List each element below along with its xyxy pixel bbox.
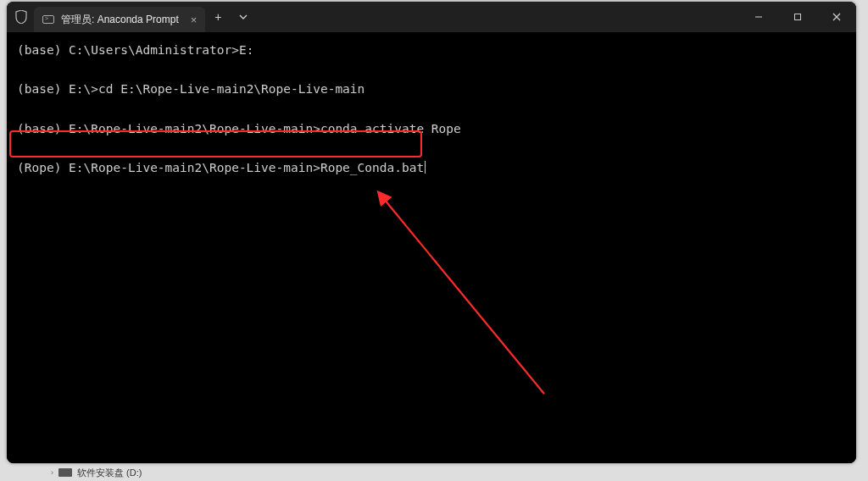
minimize-button[interactable]: [739, 2, 778, 32]
terminal-line: (base) E:\>cd E:\Rope-Live-main2\Rope-Li…: [17, 80, 846, 99]
command: cd E:\Rope-Live-main2\Rope-Live-main: [98, 82, 364, 96]
minimize-icon: [754, 13, 763, 21]
terminal-line: (Rope) E:\Rope-Live-main2\Rope-Live-main…: [17, 158, 846, 178]
prompt: (Rope) E:\Rope-Live-main2\Rope-Live-main…: [17, 161, 320, 174]
chevron-down-icon: [239, 14, 248, 19]
terminal-line: (base) C:\Users\Administrator>E:: [17, 41, 846, 60]
prompt: (base) E:\>: [17, 82, 98, 96]
close-icon: [832, 13, 841, 21]
prompt: (base) E:\Rope-Live-main2\Rope-Live-main…: [17, 122, 320, 135]
tab-close-button[interactable]: ×: [191, 14, 198, 25]
command: E:: [239, 43, 253, 57]
command: conda activate Rope: [320, 122, 461, 135]
tab-active[interactable]: 管理员: Anaconda Prompt ×: [34, 7, 205, 32]
window-controls: [739, 2, 856, 32]
titlebar: 管理员: Anaconda Prompt × +: [7, 2, 856, 32]
taskbar-explorer-item[interactable]: › 软件安装盘 (D:): [51, 464, 142, 481]
prompt: (base) C:\Users\Administrator>: [17, 43, 239, 57]
tab-title: 管理员: Anaconda Prompt: [61, 13, 179, 27]
terminal-line-blank: [17, 100, 846, 119]
terminal-line-blank: [17, 60, 846, 80]
drive-icon: [58, 468, 72, 477]
text-cursor: [425, 161, 426, 174]
tab-dropdown-button[interactable]: [231, 2, 256, 32]
command: Rope_Conda.bat: [320, 161, 424, 174]
terminal-icon: [42, 15, 54, 24]
chevron-right-icon: ›: [51, 468, 53, 477]
terminal-window: 管理员: Anaconda Prompt × +: [7, 2, 856, 463]
svg-rect-1: [795, 14, 801, 20]
terminal-body[interactable]: (base) C:\Users\Administrator>E: (base) …: [7, 32, 856, 463]
maximize-button[interactable]: [778, 2, 817, 32]
titlebar-left: [7, 2, 27, 32]
close-button[interactable]: [817, 2, 856, 32]
terminal-line: (base) E:\Rope-Live-main2\Rope-Live-main…: [17, 119, 846, 139]
terminal-line-blank: [17, 139, 846, 158]
taskbar-label: 软件安装盘 (D:): [77, 467, 142, 479]
new-tab-button[interactable]: +: [205, 2, 231, 32]
maximize-icon: [793, 13, 802, 21]
shield-icon: [15, 10, 27, 24]
